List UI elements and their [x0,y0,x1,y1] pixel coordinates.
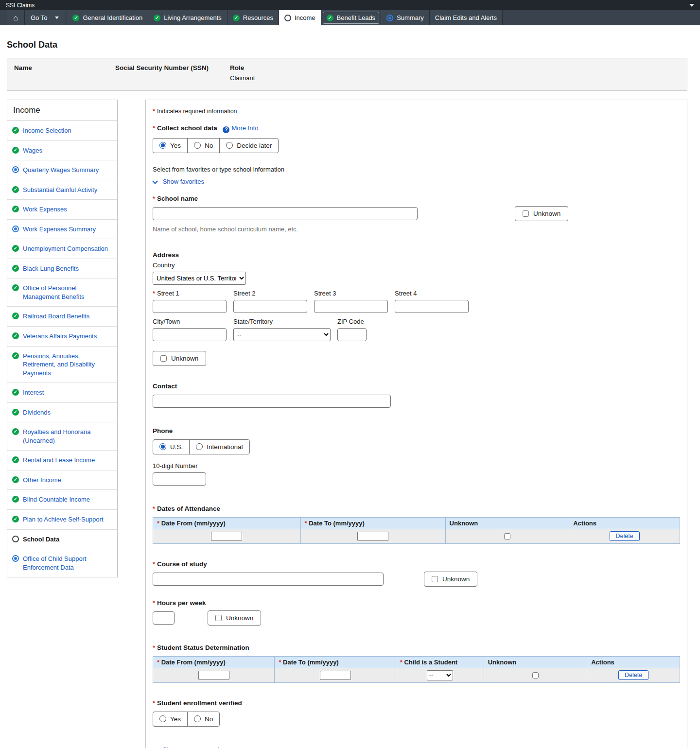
chevron-down-icon [55,17,59,19]
more-info-link[interactable]: ?More Info [223,124,258,132]
sidebar-item[interactable]: Black Lung Benefits [7,259,117,279]
street1-input[interactable] [153,300,227,313]
app-titlebar: SSI Claims [0,0,700,10]
unknown-checkbox[interactable] [215,615,222,621]
unknown-checkbox[interactable] [432,576,438,582]
hours-unknown[interactable]: Unknown [208,610,261,626]
radio-option[interactable]: No [188,139,220,153]
tab-status-icon [72,15,79,21]
course-unknown[interactable]: Unknown [424,572,477,587]
nav-tab-label: Living Arrangements [164,14,222,21]
sidebar-item[interactable]: Work Expenses [7,200,117,220]
sidebar-item[interactable]: Quarterly Wages Summary [7,160,117,180]
sidebar-item-label: Other Income [23,476,61,485]
radio-option[interactable]: No [188,712,219,726]
main-nav: ⌂ Go To General Identification Living Ar… [0,10,700,25]
status-date-from-input[interactable] [198,671,229,680]
sidebar-item[interactable]: Dividends [7,403,117,423]
child-is-student-select[interactable]: -- [427,670,453,680]
sidebar-item[interactable]: Income Selection [7,121,117,141]
school-name-help: Name of school, home school curriculum n… [153,226,680,233]
unknown-checkbox[interactable] [523,210,529,217]
radio-option[interactable]: Yes [153,139,188,153]
sidebar-item[interactable]: Other Income [7,470,117,490]
zip-input[interactable] [337,328,367,341]
sidebar-item[interactable]: Work Expenses Summary [7,220,117,240]
nav-tab[interactable]: General Identification [67,10,148,25]
unknown-checkbox[interactable] [160,355,167,362]
student-status-header-row: Date From (mm/yyyy)Date To (mm/yyyy)Chil… [153,656,680,668]
radio-option[interactable]: U.S. [153,440,190,454]
nav-tab-list: General Identification Living Arrangemen… [67,10,502,25]
favorites-hint: Select from favorites or type school inf… [153,166,680,173]
collect-school-data-label: Collect school data [157,124,217,132]
attendance-date-to-input[interactable] [357,532,388,541]
nav-tab[interactable]: Summary [381,10,430,25]
radio-option-label: Yes [170,142,181,149]
sidebar-item[interactable]: Office of Child Support Enforcement Data [7,549,117,577]
tab-status-icon [154,15,160,21]
help-icon: ? [223,126,229,133]
sidebar-item[interactable]: School Data [7,530,117,550]
street4-input[interactable] [395,300,469,313]
state-select[interactable]: -- [233,328,331,341]
home-button[interactable]: ⌂ [7,10,25,25]
nav-tab[interactable]: Income [279,10,321,25]
sidebar-item[interactable]: Blind Countable Income [7,490,117,510]
goto-dropdown[interactable]: Go To [25,10,67,25]
attendance-delete-button[interactable]: Delete [610,531,640,541]
show-person-remarks-toggle[interactable]: Show person remarks [153,746,680,748]
address-unknown[interactable]: Unknown [153,351,206,366]
sidebar-item[interactable]: Plan to Achieve Self-Support [7,510,117,530]
course-input[interactable] [153,573,384,586]
column-header: Date From (mm/yyyy) [153,656,275,668]
school-name-input[interactable] [153,207,418,220]
item-status-icon [12,428,19,435]
sidebar-item[interactable]: Railroad Board Benefits [7,307,117,327]
sidebar-item[interactable]: Unemployment Compensation [7,239,117,259]
column-header: Unknown [445,517,569,529]
contact-input[interactable] [153,395,391,408]
radio-option[interactable]: Yes [153,712,188,726]
nav-tab[interactable]: Benefit Leads [321,10,382,25]
sidebar-item[interactable]: Wages [7,141,117,161]
radio-option-label: International [207,443,243,451]
street3-input[interactable] [314,300,388,313]
radio-icon [159,715,166,722]
collect-school-data-radio-group: Yes No Decide later [153,138,279,153]
sidebar-item[interactable]: Interest [7,383,117,403]
radio-option[interactable]: Decide later [220,139,278,153]
status-unknown-checkbox[interactable] [532,672,539,678]
status-delete-button[interactable]: Delete [618,670,648,680]
required-asterisk: * [153,108,155,115]
sidebar-item[interactable]: Veterans Affairs Payments [7,327,117,347]
street2-input[interactable] [233,300,307,313]
phone-number-input[interactable] [153,472,206,486]
nav-tab-label: Claim Edits and Alerts [435,14,497,21]
country-select[interactable]: United States or U.S. Territory [153,272,246,285]
hours-input[interactable] [153,611,175,625]
sidebar-item[interactable]: Office of Personnel Management Benefits [7,278,117,307]
school-name-unknown[interactable]: Unknown [515,206,568,221]
city-label: City/Town [153,318,227,325]
column-header: Date To (mm/yyyy) [300,517,445,529]
nav-tab[interactable]: Resources [228,10,279,25]
column-header: Unknown [484,656,587,668]
sidebar-item[interactable]: Rental and Lease Income [7,451,117,470]
nav-tab[interactable]: Living Arrangements [148,10,228,25]
student-status-label-row: *Student Status Determination [153,644,680,651]
status-date-to-input[interactable] [320,671,351,680]
column-header: Actions [587,656,680,668]
titlebar-caret-icon[interactable] [689,4,694,7]
nav-tab[interactable]: Claim Edits and Alerts [430,10,503,25]
attendance-unknown-checkbox[interactable] [504,533,510,539]
item-status-icon [12,313,19,319]
sidebar-item[interactable]: Royalties and Honoraria (Unearned) [7,422,117,451]
attendance-date-from-input[interactable] [211,532,242,541]
sidebar-item[interactable]: Pensions, Annuities, Retirement, and Dis… [7,347,117,383]
city-input[interactable] [153,328,227,341]
radio-option-label: Yes [170,715,181,723]
sidebar-item[interactable]: Substantial Gainful Activity [7,180,117,200]
show-favorites-toggle[interactable]: Show favorites [153,178,680,185]
radio-option[interactable]: International [190,440,249,454]
